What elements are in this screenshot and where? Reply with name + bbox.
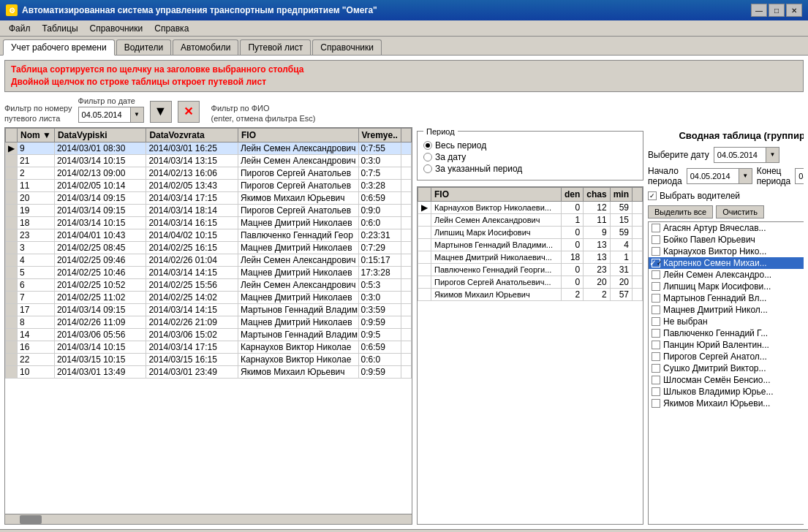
tab-cars[interactable]: Автомобили	[173, 39, 238, 55]
col-fio[interactable]: FIO	[238, 128, 358, 142]
summary-col-fio[interactable]: FIO	[431, 187, 562, 201]
table-row[interactable]: 7 2014/02/25 11:02 2014/02/25 14:02 Мацн…	[6, 291, 412, 303]
end-period-input[interactable]	[796, 170, 804, 182]
driver-list[interactable]: Агасян Артур Вячеслав... Бойко Павел Юрь…	[648, 221, 804, 525]
col-nom[interactable]: Nom ▼	[18, 128, 55, 142]
driver-item[interactable]: Бойко Павел Юрьевич	[649, 234, 804, 246]
radio-all-btn[interactable]	[423, 141, 432, 150]
summary-row[interactable]: Павлюченко Геннадий Георги... 0 23 31	[418, 263, 643, 276]
table-row[interactable]: 4 2014/02/25 09:46 2014/02/26 01:04 Лейн…	[6, 254, 412, 266]
table-row[interactable]: 14 2014/03/06 05:56 2014/03/06 15:02 Мар…	[6, 328, 412, 341]
start-period-cal-btn[interactable]: ▼	[739, 169, 752, 183]
driver-item[interactable]: Сушко Дмитрий Виктор...	[649, 362, 804, 374]
summary-row[interactable]: Мартынов Геннадий Владими... 0 13 4	[418, 238, 643, 251]
table-row[interactable]: 6 2014/02/25 10:52 2014/02/25 15:56 Лейн…	[6, 278, 412, 291]
table-row[interactable]: 20 2014/03/14 09:15 2014/03/14 17:15 Яки…	[6, 191, 412, 204]
summary-row[interactable]: ▶ Карнаухов Виктор Николаеви... 0 12 59	[418, 201, 643, 213]
driver-checkbox[interactable]	[652, 235, 660, 244]
radio-by-range[interactable]: За указанный период	[423, 164, 637, 174]
clear-drivers-btn[interactable]: Очистить	[716, 205, 764, 218]
table-row[interactable]: 19 2014/03/14 09:15 2014/03/14 18:14 Пир…	[6, 204, 412, 216]
driver-item[interactable]: Павлюченко Геннадий Г...	[649, 327, 804, 339]
driver-checkbox[interactable]	[652, 317, 660, 326]
menu-references[interactable]: Справочники	[84, 22, 149, 35]
maximize-btn[interactable]: □	[769, 4, 785, 17]
driver-item[interactable]: Мацнев Дмитрий Никол...	[649, 304, 804, 316]
table-row[interactable]: 11 2014/02/05 10:14 2014/02/05 13:43 Пир…	[6, 179, 412, 191]
filter-apply-btn[interactable]: ▼	[150, 101, 172, 123]
col-vypiski[interactable]: DataVypiski	[54, 128, 146, 142]
end-period-group[interactable]: ▼	[795, 168, 804, 184]
table-row[interactable]: 21 2014/03/14 10:15 2014/03/14 13:15 Лей…	[6, 154, 412, 167]
table-row[interactable]: 17 2014/03/14 09:15 2014/03/14 14:15 Мар…	[6, 303, 412, 316]
table-row[interactable]: ▶ 9 2014/03/01 08:30 2014/03/01 16:25 Ле…	[6, 142, 412, 154]
driver-checkbox[interactable]	[652, 364, 660, 373]
select-date-group[interactable]: ▼	[714, 147, 779, 163]
table-row[interactable]: 3 2014/02/25 08:45 2014/02/25 16:15 Мацн…	[6, 241, 412, 254]
select-date-cal-btn[interactable]: ▼	[766, 148, 779, 162]
driver-checkbox[interactable]	[652, 387, 660, 396]
driver-checkbox[interactable]	[652, 329, 660, 338]
driver-item[interactable]: Панцин Юрий Валентин...	[649, 339, 804, 351]
driver-checkbox[interactable]	[652, 224, 660, 232]
driver-item[interactable]: Не выбран	[649, 316, 804, 327]
summary-row[interactable]: Мацнев Дмитрий Николаевич... 18 13 1	[418, 251, 643, 263]
driver-item[interactable]: Мартынов Геннадий Вл...	[649, 292, 804, 304]
start-period-group[interactable]: ▼	[687, 168, 752, 184]
tab-drivers[interactable]: Водители	[116, 39, 171, 55]
table-row[interactable]: 5 2014/02/25 10:46 2014/03/14 14:15 Мацн…	[6, 266, 412, 278]
tab-waybill[interactable]: Путевой лист	[240, 39, 311, 55]
col-indicator[interactable]	[6, 128, 18, 142]
summary-row[interactable]: Якимов Михаил Юрьевич 2 2 57	[418, 288, 643, 300]
driver-checkbox[interactable]	[652, 305, 660, 314]
menu-tables[interactable]: Таблицы	[37, 22, 84, 35]
driver-item[interactable]: Липшиц Марк Иосифови...	[649, 281, 804, 292]
table-row[interactable]: 22 2014/03/15 10:15 2014/03/15 16:15 Кар…	[6, 353, 412, 365]
main-table-container[interactable]: Nom ▼ DataVypiski DataVozvrata FIO Vremy…	[5, 128, 412, 514]
summary-row[interactable]: Липшиц Марк Иосифович 0 9 59	[418, 226, 643, 238]
summary-row[interactable]: Пирогов Сергей Анатольевич... 0 20 20	[418, 276, 643, 288]
table-row[interactable]: 2 2014/02/13 09:00 2014/02/13 16:06 Пиро…	[6, 167, 412, 179]
driver-checkbox[interactable]: ✓	[652, 259, 660, 267]
table-row[interactable]: 10 2014/03/01 13:49 2014/03/01 23:49 Яки…	[6, 365, 412, 378]
driver-item[interactable]: Шлыков Владимир Юрье...	[649, 386, 804, 398]
summary-col-min[interactable]: min	[610, 187, 632, 201]
driver-checkbox[interactable]	[652, 282, 660, 291]
driver-item[interactable]: Лейн Семен Александро...	[649, 269, 804, 281]
driver-checkbox[interactable]	[652, 270, 660, 279]
filter-date-group[interactable]: ▼	[78, 107, 144, 123]
driver-checkbox[interactable]	[652, 352, 660, 361]
tab-references[interactable]: Справочники	[312, 39, 382, 55]
driver-checkbox[interactable]	[652, 399, 660, 408]
driver-checkbox[interactable]	[652, 341, 660, 349]
select-all-btn[interactable]: Выделить все	[648, 205, 713, 218]
col-vozvrata[interactable]: DataVozvrata	[146, 128, 238, 142]
table-row[interactable]: 8 2014/02/26 11:09 2014/02/26 21:09 Мацн…	[6, 316, 412, 328]
col-time[interactable]: Vremye..	[358, 128, 401, 142]
tab-working-time[interactable]: Учет рабочего времени	[3, 39, 115, 56]
close-btn[interactable]: ✕	[786, 4, 802, 17]
driver-item[interactable]: Пирогов Сергей Анатол...	[649, 351, 804, 362]
filter-date-calendar-btn[interactable]: ▼	[130, 107, 143, 122]
driver-item[interactable]: Якимов Михаил Юрьеви...	[649, 398, 804, 409]
driver-checkbox[interactable]	[652, 376, 660, 384]
driver-checkbox[interactable]	[652, 247, 660, 256]
driver-item[interactable]: Шлосман Семён Бенсио...	[649, 374, 804, 386]
table-row[interactable]: 18 2014/03/14 10:15 2014/03/14 16:15 Мац…	[6, 216, 412, 229]
menu-help[interactable]: Справка	[148, 22, 195, 35]
driver-checkbox[interactable]	[652, 294, 660, 303]
select-drivers-checkbox[interactable]	[648, 191, 657, 200]
driver-item[interactable]: ✓ Карпенко Семен Михаи...	[649, 257, 804, 269]
minimize-btn[interactable]: —	[751, 4, 767, 17]
filter-date-input[interactable]	[79, 109, 130, 121]
radio-range-btn[interactable]	[423, 164, 432, 173]
table-row[interactable]: 23 2014/04/01 10:43 2014/04/02 10:15 Пав…	[6, 229, 412, 241]
start-period-input[interactable]	[687, 170, 739, 182]
driver-item[interactable]: Агасян Артур Вячеслав...	[649, 222, 804, 234]
radio-all-period[interactable]: Весь период	[423, 140, 637, 151]
filter-clear-btn[interactable]: ✕	[178, 101, 200, 123]
summary-col-den[interactable]: den	[561, 187, 583, 201]
select-date-input[interactable]	[714, 149, 766, 161]
summary-row[interactable]: Лейн Семен Александрович 1 11 15	[418, 213, 643, 226]
driver-item[interactable]: Карнаухов Виктор Нико...	[649, 246, 804, 257]
